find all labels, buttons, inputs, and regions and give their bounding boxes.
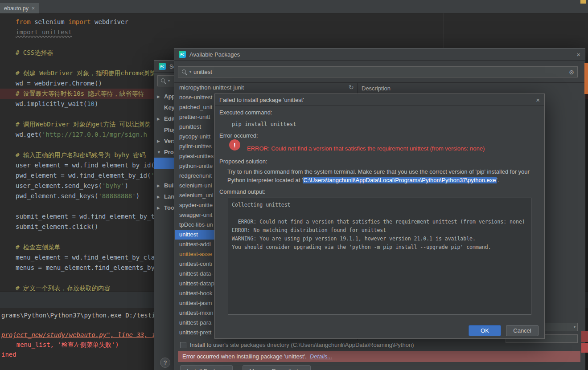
failed-install-dialog: Failed to install package 'unittest' × E… bbox=[214, 94, 545, 339]
chevron-down-icon: ▾ bbox=[189, 70, 191, 74]
search-icon bbox=[160, 78, 166, 84]
ok-button[interactable]: OK bbox=[469, 325, 501, 336]
packages-dialog-buttons: Install Package Manage Repositories bbox=[180, 365, 311, 370]
tab-close-icon[interactable]: × bbox=[32, 5, 35, 12]
right-margin-guide bbox=[444, 13, 444, 48]
console-line bbox=[1, 320, 175, 330]
output-line: ERROR: No matching distribution found fo… bbox=[232, 226, 527, 235]
chevron-collapsed-icon[interactable]: ▶ bbox=[157, 206, 162, 210]
error-stripe-mark bbox=[584, 63, 588, 94]
output-line bbox=[232, 209, 527, 218]
interpreter-path: C:\Users\tangchunli\AppData\Local\Progra… bbox=[303, 177, 496, 183]
run-console[interactable]: grams\Python\Python37\python.exe D:/test… bbox=[1, 310, 175, 359]
console-line[interactable]: project_new/study/webauto.py", line 33, … bbox=[1, 330, 175, 340]
error-message: ERROR: Could not find a version that sat… bbox=[247, 145, 537, 152]
checkbox[interactable] bbox=[180, 342, 186, 348]
package-search-input[interactable]: ▾ unittest ⊗ bbox=[178, 66, 578, 77]
chevron-collapsed-icon[interactable]: ▶ bbox=[157, 195, 162, 199]
executed-command-value: pip install unittest bbox=[232, 121, 296, 127]
help-button[interactable]: ? bbox=[160, 358, 170, 368]
package-item[interactable]: micropython-unittest-junit bbox=[175, 83, 357, 93]
clear-search-icon[interactable]: ⊗ bbox=[569, 69, 574, 76]
window-control-icon[interactable] bbox=[580, 0, 586, 4]
tab-label: ebauto.py bbox=[4, 5, 29, 12]
close-icon[interactable]: × bbox=[576, 51, 580, 58]
pycharm-icon: PC bbox=[159, 63, 166, 70]
error-dialog-title: Failed to install package 'unittest' bbox=[219, 97, 304, 103]
chevron-down-icon: ▾ bbox=[574, 325, 576, 329]
cancel-button[interactable]: Cancel bbox=[506, 325, 539, 336]
console-line: ined bbox=[1, 350, 175, 359]
install-error-text: Error occurred when installing package '… bbox=[182, 353, 307, 360]
editor-tab-bar: ebauto.py × bbox=[0, 0, 588, 13]
install-error-banner: Error occurred when installing package '… bbox=[178, 351, 580, 362]
packages-title-bar: PC Available Packages × bbox=[174, 49, 585, 61]
chevron-collapsed-icon[interactable]: ▶ bbox=[157, 94, 162, 99]
proposed-solution-text: Try to run this command from the system … bbox=[227, 168, 542, 184]
pycharm-window: ebauto.py × from selenium import webdriv… bbox=[0, 0, 588, 370]
packages-title: Available Packages bbox=[189, 51, 240, 58]
pycharm-icon: PC bbox=[179, 51, 186, 58]
chevron-collapsed-icon[interactable]: ▶ bbox=[157, 183, 162, 188]
site-packages-checkbox-row[interactable]: Install to user's site packages director… bbox=[180, 342, 414, 348]
code-line: import unittest bbox=[0, 27, 588, 37]
details-link[interactable]: Details... bbox=[310, 353, 333, 360]
console-line: menu_list, '检查左侧菜单失败') bbox=[1, 340, 175, 350]
output-line: WARNING: You are using pip version 19.1.… bbox=[232, 235, 527, 243]
editor-tab-webauto[interactable]: ebauto.py × bbox=[0, 3, 39, 13]
chevron-expanded-icon[interactable]: ▼ bbox=[157, 150, 162, 155]
chevron-collapsed-icon[interactable]: ▶ bbox=[157, 139, 162, 143]
error-stripe-mark bbox=[581, 343, 588, 353]
executed-command-label: Executed command: bbox=[219, 109, 272, 116]
output-line: Collecting unittest bbox=[232, 201, 527, 209]
chevron-collapsed-icon[interactable]: ▶ bbox=[157, 117, 162, 121]
search-value: unittest bbox=[193, 69, 212, 75]
description-label: Description bbox=[362, 85, 391, 92]
checkbox-label: Install to user's site packages director… bbox=[190, 342, 414, 348]
command-output-label: Command output: bbox=[219, 188, 265, 195]
proposed-solution-label: Proposed solution: bbox=[219, 158, 267, 165]
code-line bbox=[0, 37, 588, 48]
error-dialog-title-bar: Failed to install package 'unittest' × bbox=[215, 94, 544, 106]
error-icon: ! bbox=[229, 139, 240, 150]
output-line: ERROR: Could not find a version that sat… bbox=[232, 218, 527, 226]
manage-repositories-button[interactable]: Manage Repositories bbox=[243, 365, 311, 370]
command-output-box[interactable]: Collecting unittest ERROR: Could not fin… bbox=[228, 198, 531, 315]
close-icon[interactable]: × bbox=[536, 96, 540, 104]
error-stripe-mark bbox=[581, 331, 588, 342]
output-line: You should consider upgrading via the 'p… bbox=[232, 243, 527, 252]
console-line: grams\Python\Python37\python.exe D:/test… bbox=[1, 310, 175, 320]
chevron-down-icon: ▾ bbox=[168, 79, 170, 83]
reload-packages-icon[interactable]: ↻ bbox=[349, 84, 354, 90]
install-package-button[interactable]: Install Package bbox=[180, 365, 233, 370]
search-icon bbox=[181, 69, 187, 75]
code-line: from selenium import webdriver bbox=[0, 17, 588, 27]
error-occurred-label: Error occurred: bbox=[219, 132, 258, 139]
